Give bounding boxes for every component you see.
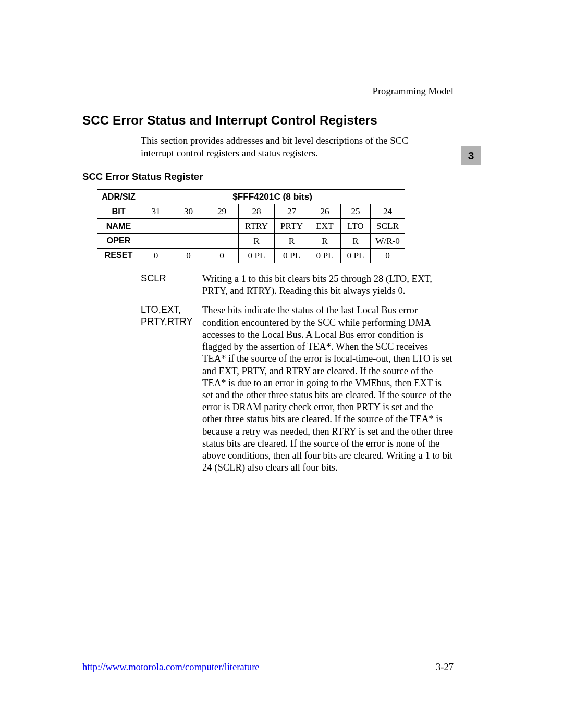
page-number: 3-27 <box>436 661 454 673</box>
cell <box>172 219 205 233</box>
cell: LTO <box>341 219 371 233</box>
header-rule <box>82 100 454 100</box>
cell: 0 <box>205 248 239 263</box>
cell: 30 <box>172 204 205 219</box>
cell: 29 <box>205 204 239 219</box>
cell: 0 <box>172 248 205 263</box>
definition-term: SCLR <box>141 273 202 297</box>
cell: 27 <box>275 204 309 219</box>
cell: 28 <box>239 204 275 219</box>
cell: SCLR <box>371 219 405 233</box>
cell <box>140 219 172 233</box>
cell: R <box>341 233 371 248</box>
definition-term: LTO,EXT, PRTY,RTRY <box>141 304 202 473</box>
table-row: BIT 31 30 29 28 27 26 25 24 <box>97 204 405 219</box>
cell: 0 PL <box>239 248 275 263</box>
cell: 25 <box>341 204 371 219</box>
definition-body: These bits indicate the status of the la… <box>202 304 454 473</box>
footer: http://www.motorola.com/computer/literat… <box>82 656 454 673</box>
content: SCC Error Status and Interrupt Control R… <box>82 113 454 481</box>
section-intro: This section provides addresses and bit … <box>141 134 417 159</box>
definition-row: SCLR Writing a 1 to this bit clears bits… <box>141 273 454 297</box>
footer-link[interactable]: http://www.motorola.com/computer/literat… <box>82 661 260 673</box>
cell: W/R-0 <box>371 233 405 248</box>
cell: 0 PL <box>275 248 309 263</box>
page: Programming Model 3 SCC Error Status and… <box>0 0 563 728</box>
definitions: SCLR Writing a 1 to this bit clears bits… <box>141 273 454 474</box>
cell: 31 <box>140 204 172 219</box>
cell: EXT <box>309 219 341 233</box>
cell: PRTY <box>275 219 309 233</box>
footer-rule <box>82 656 454 656</box>
cell <box>172 233 205 248</box>
cell: R <box>239 233 275 248</box>
running-header: Programming Model <box>373 85 454 97</box>
row-label: BIT <box>97 204 140 219</box>
table-row: RESET 0 0 0 0 PL 0 PL 0 PL 0 PL 0 <box>97 248 405 263</box>
table-row: ADR/SIZ $FFF4201C (8 bits) <box>97 190 405 204</box>
row-label: ADR/SIZ <box>97 190 140 204</box>
cell: 26 <box>309 204 341 219</box>
table-row: NAME RTRY PRTY EXT LTO SCLR <box>97 219 405 233</box>
cell: 0 <box>140 248 172 263</box>
cell <box>205 219 239 233</box>
cell: R <box>309 233 341 248</box>
cell: 0 PL <box>309 248 341 263</box>
adr-siz-value: $FFF4201C (8 bits) <box>140 190 405 204</box>
cell <box>140 233 172 248</box>
definition-body: Writing a 1 to this bit clears bits 25 t… <box>202 273 454 297</box>
footer-row: http://www.motorola.com/computer/literat… <box>82 661 454 673</box>
cell <box>205 233 239 248</box>
cell: RTRY <box>239 219 275 233</box>
row-label: RESET <box>97 248 140 263</box>
cell: 0 <box>371 248 405 263</box>
cell: R <box>275 233 309 248</box>
cell: 0 PL <box>341 248 371 263</box>
definition-row: LTO,EXT, PRTY,RTRY These bits indicate t… <box>141 304 454 473</box>
section-title: SCC Error Status and Interrupt Control R… <box>82 113 454 128</box>
subsection-title: SCC Error Status Register <box>82 171 454 183</box>
cell: 24 <box>371 204 405 219</box>
register-table: ADR/SIZ $FFF4201C (8 bits) BIT 31 30 29 … <box>97 189 405 263</box>
chapter-tab: 3 <box>461 146 481 165</box>
table-row: OPER R R R R W/R-0 <box>97 233 405 248</box>
row-label: NAME <box>97 219 140 233</box>
row-label: OPER <box>97 233 140 248</box>
